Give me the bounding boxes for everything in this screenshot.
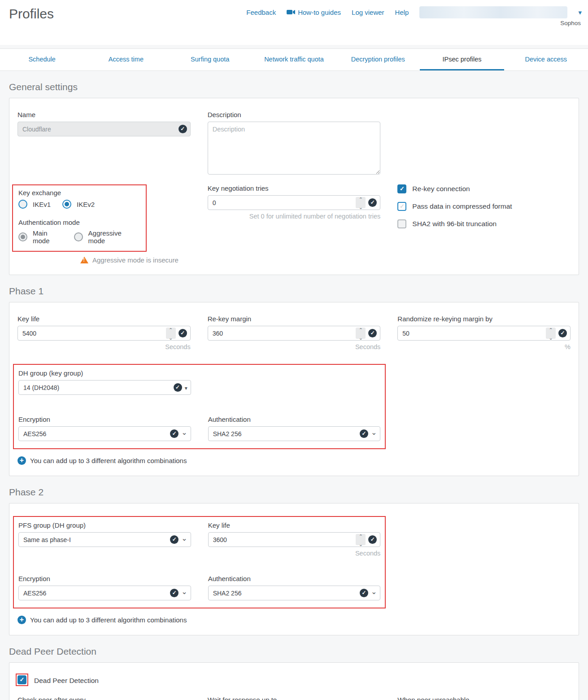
key-negotiation-input[interactable]: 0 <box>208 195 381 210</box>
number-stepper[interactable] <box>356 328 366 339</box>
tab-device-access[interactable]: Device access <box>504 49 588 70</box>
stepper-down-icon[interactable] <box>549 333 553 341</box>
valid-check-icon <box>174 383 182 392</box>
name-field-group: Name Cloudflare <box>17 111 191 176</box>
compressed-format-checkbox[interactable] <box>397 202 406 211</box>
phase1-encryption-select[interactable]: AES256 <box>18 426 191 441</box>
feedback-link[interactable]: Feedback <box>246 9 276 16</box>
dpd-annotation-box <box>16 674 28 686</box>
description-textarea[interactable] <box>208 122 381 175</box>
ikev2-radio[interactable] <box>62 200 71 209</box>
stepper-up-icon[interactable] <box>359 325 363 333</box>
stepper-down-icon[interactable] <box>359 333 363 341</box>
key-negotiation-label: Key negotiation tries <box>208 184 381 192</box>
general-row-1: Name Cloudflare Description <box>17 111 571 176</box>
phase1-dh-group: DH group (key group) 14 (DH2048) <box>18 369 191 395</box>
number-stepper[interactable] <box>546 328 556 339</box>
stepper-down-icon[interactable] <box>169 333 173 341</box>
phase1-randomize-input[interactable]: 50 <box>397 326 571 341</box>
general-settings-heading: General settings <box>9 82 579 92</box>
help-link[interactable]: Help <box>395 9 409 16</box>
phase1-randomize-label: Randomize re-keying margin by <box>397 315 571 323</box>
phase1-key-life-group: Key life 5400 Seconds <box>17 315 191 350</box>
stepper-up-icon[interactable] <box>359 195 363 203</box>
tab-ipsec-profiles[interactable]: IPsec profiles <box>420 49 504 70</box>
tab-surfing-quota[interactable]: Surfing quota <box>168 49 252 70</box>
check-peer-label: Check peer after every <box>17 696 191 700</box>
phase1-dh-group-select[interactable]: 14 (DH2048) <box>18 380 191 395</box>
phase2-pfs-row: PFS group (DH group) Same as phase-I Key… <box>18 521 380 557</box>
phase2-key-life-input[interactable]: 3600 <box>208 532 381 547</box>
phase2-pfs-select[interactable]: Same as phase-I <box>18 532 191 547</box>
sha2-truncation-checkbox[interactable] <box>397 219 406 228</box>
peer-unreachable-group: When peer unreachable Re-initiate <box>397 696 571 700</box>
aggressive-mode-radio <box>74 232 83 241</box>
description-field-group: Description <box>208 111 381 176</box>
phase1-encryption-label: Encryption <box>18 416 191 423</box>
phase1-key-life-input[interactable]: 5400 <box>17 326 191 341</box>
phase2-encryption-select[interactable]: AES256 <box>18 586 191 600</box>
add-combination-icon[interactable] <box>17 616 26 624</box>
phase1-rekey-margin-input[interactable]: 360 <box>208 326 381 341</box>
key-exchange-label: Key exchange <box>18 189 140 197</box>
phase1-dh-group-label: DH group (key group) <box>18 369 191 377</box>
account-menu[interactable] <box>419 6 567 18</box>
phase2-pfs-label: PFS group (DH group) <box>18 521 191 529</box>
phase2-pfs-group: PFS group (DH group) Same as phase-I <box>18 521 191 557</box>
tab-network-traffic-quota[interactable]: Network traffic quota <box>252 49 336 70</box>
dropdown-triangle-icon <box>185 384 187 392</box>
phase1-dh-row: DH group (key group) 14 (DH2048) <box>18 369 380 395</box>
phase1-authentication-group: Authentication SHA2 256 <box>208 416 381 441</box>
key-exchange-radios: IKEv1 IKEv2 <box>18 200 140 209</box>
log-viewer-link[interactable]: Log viewer <box>352 9 384 16</box>
stepper-up-icon[interactable] <box>359 532 363 540</box>
phase2-encryption-group: Encryption AES256 <box>18 575 191 600</box>
peer-unreachable-label: When peer unreachable <box>397 696 571 700</box>
tab-schedule[interactable]: Schedule <box>0 49 84 70</box>
phase1-enc-auth-row: Encryption AES256 Authentication SHA2 25… <box>18 416 380 441</box>
stepper-up-icon[interactable] <box>549 325 553 333</box>
video-camera-icon <box>287 9 295 16</box>
number-stepper[interactable] <box>356 197 366 208</box>
stepper-down-icon[interactable] <box>359 540 363 548</box>
phase1-heading: Phase 1 <box>9 286 579 297</box>
add-combination-icon[interactable] <box>17 456 26 465</box>
number-stepper[interactable] <box>166 328 176 339</box>
dpd-toggle-row: Dead Peer Detection <box>17 675 571 686</box>
tab-access-time[interactable]: Access time <box>84 49 168 70</box>
rekey-connection-row: Re-key connection <box>397 184 571 193</box>
number-stepper[interactable] <box>356 534 366 545</box>
phase2-key-life-suffix: Seconds <box>208 550 381 557</box>
log-viewer-label: Log viewer <box>352 9 384 16</box>
stepper-up-icon[interactable] <box>169 325 173 333</box>
chevron-down-icon[interactable] <box>578 9 582 17</box>
phase1-dh-spacer <box>208 369 381 395</box>
chevron-down-icon <box>181 592 187 594</box>
rekey-connection-checkbox[interactable] <box>397 184 406 193</box>
valid-check-icon <box>360 429 368 438</box>
valid-check-icon <box>368 535 377 544</box>
feedback-label: Feedback <box>246 9 276 16</box>
valid-check-icon <box>179 125 187 133</box>
ikev1-radio[interactable] <box>18 200 27 209</box>
check-peer-group: Check peer after every 30 Seconds <box>17 696 191 700</box>
howto-guides-link[interactable]: How-to guides <box>287 9 341 16</box>
dpd-fields-row: Check peer after every 30 Seconds Wait f… <box>17 696 571 700</box>
help-label: Help <box>395 9 409 16</box>
tab-decryption-profiles[interactable]: Decryption profiles <box>336 49 420 70</box>
key-exchange-annotation-box: Key exchange IKEv1 IKEv2 Authentication … <box>12 184 147 252</box>
dpd-checkbox[interactable] <box>17 675 26 684</box>
phase1-key-life-label: Key life <box>17 315 191 323</box>
phase1-note: You can add up to 3 different algorithm … <box>17 456 571 465</box>
phase1-authentication-select[interactable]: SHA2 256 <box>208 426 381 441</box>
chevron-down-icon <box>371 592 377 594</box>
general-checkbox-column: Re-key connection Pass data in compresse… <box>397 184 571 264</box>
phase2-authentication-select[interactable]: SHA2 256 <box>208 586 381 600</box>
dpd-panel: Dead Peer Detection Check peer after eve… <box>9 662 579 700</box>
phase1-rekey-margin-label: Re-key margin <box>208 315 381 323</box>
phase1-key-life-value: 5400 <box>22 330 36 337</box>
phase2-heading: Phase 2 <box>9 487 579 498</box>
ikev2-label: IKEv2 <box>77 201 95 208</box>
stepper-down-icon[interactable] <box>359 203 363 211</box>
main-mode-radio <box>18 232 27 241</box>
